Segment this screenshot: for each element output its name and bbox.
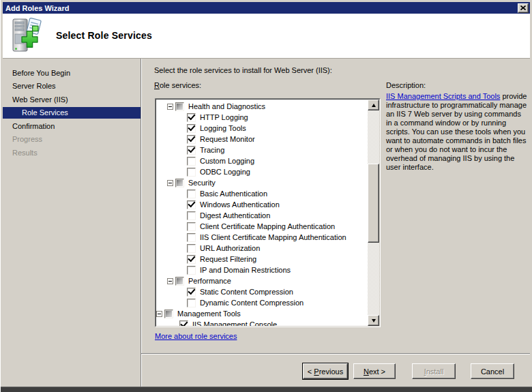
server-add-icon	[8, 17, 45, 55]
tree-item-label: Digest Authentication	[199, 211, 270, 220]
titlebar[interactable]: Add Roles Wizard	[3, 2, 530, 14]
tree-row[interactable]: IIS Client Certificate Mapping Authentic…	[156, 232, 368, 243]
role-services-listbox: Health and Diagnostics HTTP Logging Logg…	[155, 98, 381, 327]
scroll-up-button[interactable]	[368, 100, 379, 110]
role-services-tree[interactable]: Health and Diagnostics HTTP Logging Logg…	[156, 100, 368, 326]
tree-row[interactable]: Dynamic Content Compression	[156, 297, 368, 308]
more-about-role-services-link[interactable]: More about role services	[155, 332, 237, 340]
checkbox[interactable]	[187, 255, 196, 264]
tree-row[interactable]: Windows Authentication	[156, 199, 368, 210]
partial-check-icon	[177, 104, 183, 110]
checkbox[interactable]	[187, 135, 196, 144]
tree-row[interactable]: Health and Diagnostics	[156, 101, 368, 112]
sidebar-item-label: Results	[12, 149, 38, 157]
tree-row[interactable]: Management Tools	[156, 308, 368, 319]
previous-button[interactable]: < Previous	[303, 363, 348, 379]
sidebar-item-results[interactable]: Results	[3, 147, 141, 159]
checkbox[interactable]	[175, 277, 184, 286]
tree-row[interactable]: Security	[156, 177, 368, 188]
checkbox[interactable]	[187, 211, 196, 220]
page-title: Select Role Services	[56, 30, 152, 41]
tree-item-label: Management Tools	[177, 310, 241, 318]
checkmark-icon	[188, 112, 195, 120]
close-button[interactable]	[518, 3, 529, 13]
wizard-steps-sidebar: Before You Begin Server Roles Web Server…	[3, 59, 141, 387]
next-button[interactable]: Next >	[353, 363, 396, 379]
sidebar-item-confirmation[interactable]: Confirmation	[3, 121, 141, 132]
sidebar-divider	[141, 59, 142, 387]
install-button[interactable]: Install	[412, 363, 456, 379]
checkbox[interactable]	[164, 310, 173, 318]
tree-item-label: Static Content Compression	[199, 288, 293, 296]
collapse-icon[interactable]	[156, 311, 162, 317]
role-services-label: Role services:	[154, 81, 201, 89]
tree-item-label: IIS Management Console	[192, 320, 277, 326]
checkbox[interactable]	[179, 320, 188, 327]
cancel-button[interactable]: Cancel	[471, 363, 514, 379]
tree-row[interactable]: Basic Authentication	[156, 188, 368, 199]
checkbox[interactable]	[187, 244, 196, 253]
description-body: IIS Management Scripts and Tools provide…	[386, 92, 528, 172]
tree-row[interactable]: URL Authorization	[156, 243, 368, 254]
tree-row[interactable]: Request Filtering	[156, 254, 368, 265]
checkbox[interactable]	[187, 146, 196, 155]
checkmark-icon	[188, 254, 195, 262]
tree-item-label: Custom Logging	[199, 157, 254, 165]
tree-row[interactable]: Static Content Compression	[156, 286, 368, 297]
tree-row[interactable]: Digest Authentication	[156, 210, 368, 221]
description-text: provide infrastructure to programmatical…	[386, 92, 527, 171]
tree-row[interactable]: Logging Tools	[156, 123, 368, 134]
tree-item-label: Tracing	[199, 146, 224, 154]
tree-row[interactable]: Tracing	[156, 145, 368, 155]
tree-row[interactable]: Client Certificate Mapping Authenticatio…	[156, 221, 368, 232]
tree-row[interactable]: Request Monitor	[156, 134, 368, 145]
checkbox[interactable]	[187, 168, 196, 177]
checkbox[interactable]	[187, 190, 196, 198]
tree-row[interactable]: IIS Management Console	[156, 319, 368, 326]
partial-check-icon	[166, 311, 172, 317]
scrollbar-thumb[interactable]	[368, 164, 379, 243]
collapse-icon[interactable]	[167, 104, 173, 110]
checkbox[interactable]	[187, 233, 196, 242]
checkbox[interactable]	[187, 124, 196, 133]
tree-item-label: Health and Diagnostics	[188, 102, 265, 110]
checkbox[interactable]	[187, 222, 196, 231]
add-roles-wizard-window: Add Roles Wizard	[0, 0, 532, 392]
tree-item-label: Request Monitor	[199, 135, 255, 143]
checkbox[interactable]	[187, 157, 196, 166]
tree-item-label: Performance	[188, 277, 231, 285]
checkbox[interactable]	[187, 200, 196, 209]
tree-item-label: Windows Authentication	[199, 200, 280, 209]
collapse-icon[interactable]	[167, 180, 173, 186]
checkmark-icon	[188, 200, 195, 207]
sidebar-item-server-roles[interactable]: Server Roles	[3, 80, 141, 92]
tree-row[interactable]: Custom Logging	[156, 155, 368, 166]
sidebar-item-role-services[interactable]: Role Services	[3, 107, 141, 119]
tree-item-label: Request Filtering	[199, 255, 256, 263]
checkbox[interactable]	[187, 266, 196, 275]
tree-item-label: Basic Authentication	[199, 190, 267, 198]
checkbox[interactable]	[175, 179, 184, 187]
checkbox[interactable]	[187, 113, 196, 122]
vertical-scrollbar[interactable]	[368, 100, 379, 326]
description-service-link[interactable]: IIS Management Scripts and Tools	[386, 92, 500, 100]
tree-item-label: URL Authorization	[199, 244, 260, 252]
tree-row[interactable]: HTTP Logging	[156, 112, 368, 123]
checkbox[interactable]	[175, 102, 184, 111]
tree-item-label: Security	[188, 179, 216, 187]
tree-item-label: Dynamic Content Compression	[199, 299, 304, 307]
checkbox[interactable]	[187, 299, 196, 307]
sidebar-item-progress[interactable]: Progress	[3, 134, 141, 145]
collapse-icon[interactable]	[167, 278, 173, 284]
checkbox[interactable]	[187, 288, 196, 297]
checkmark-icon	[180, 320, 188, 326]
tree-row[interactable]: ODBC Logging	[156, 166, 368, 177]
sidebar-item-web-server-iis[interactable]: Web Server (IIS)	[3, 94, 141, 106]
intro-label: Select the role services to install for …	[154, 66, 332, 74]
sidebar-item-label: Server Roles	[12, 82, 56, 90]
close-icon	[520, 5, 526, 10]
tree-row[interactable]: Performance	[156, 275, 368, 286]
scroll-down-button[interactable]	[368, 315, 379, 326]
sidebar-item-before-you-begin[interactable]: Before You Begin	[3, 67, 141, 79]
tree-row[interactable]: IP and Domain Restrictions	[156, 265, 368, 275]
